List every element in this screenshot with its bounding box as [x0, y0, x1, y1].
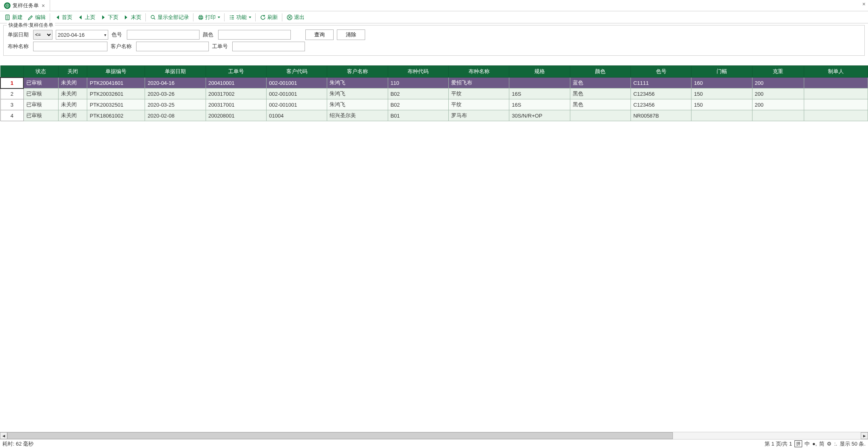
prev-page-button[interactable]: 上页	[75, 13, 97, 22]
workorder-input[interactable]	[232, 42, 305, 51]
func-button[interactable]: 功能	[227, 13, 253, 22]
toolbar-label: 显示全部记录	[158, 14, 189, 21]
caret-down-icon	[218, 17, 220, 18]
clear-button[interactable]: 清除	[337, 29, 365, 40]
separator	[193, 13, 193, 21]
toolbar-label: 编辑	[35, 14, 46, 21]
separator	[145, 13, 146, 21]
label-custname: 客户名称	[111, 43, 133, 50]
separator	[282, 13, 282, 21]
svg-rect-4	[200, 15, 202, 17]
label-billdate: 单据日期	[8, 31, 30, 38]
toolbar-label: 功能	[236, 14, 247, 21]
tab-active[interactable]: 复样任务单 ×	[0, 0, 50, 11]
print-icon	[198, 14, 204, 21]
tab-bar: 复样任务单 × ×	[0, 0, 868, 11]
separator	[255, 13, 256, 21]
label-colorno: 色号	[111, 31, 124, 38]
colorno-input[interactable]	[127, 30, 200, 40]
toolbar-label: 上页	[85, 14, 95, 21]
globe-icon	[4, 2, 11, 9]
svg-point-2	[151, 15, 154, 19]
filter-row-1: 单据日期 <= 2020-04-16 ▾ 色号 颜色 查询 清除	[8, 29, 860, 40]
separator	[224, 13, 225, 21]
next-page-button[interactable]: 下页	[98, 13, 120, 22]
toolbar-label: 首页	[62, 14, 72, 21]
toolbar-label: 下页	[108, 14, 118, 21]
custname-input[interactable]	[136, 42, 209, 51]
first-page-button[interactable]: 首页	[52, 13, 74, 22]
toolbar: 新建 编辑 首页 上页 下页 末页 显示全部记录 打印 功能 刷新	[0, 11, 868, 23]
edit-icon	[27, 14, 34, 21]
next-icon	[100, 14, 107, 21]
tab-close-icon[interactable]: ×	[41, 2, 46, 9]
showall-button[interactable]: 显示全部记录	[148, 13, 191, 22]
date-input[interactable]: 2020-04-16 ▾	[56, 30, 108, 40]
last-icon	[123, 14, 130, 21]
new-button[interactable]: 新建	[2, 13, 25, 22]
filter-panel: 快捷条件:复样任务单 单据日期 <= 2020-04-16 ▾ 色号 颜色 查询…	[3, 25, 865, 56]
separator	[50, 13, 50, 21]
label-color: 颜色	[203, 31, 215, 38]
prev-icon	[77, 14, 84, 21]
exit-icon	[286, 14, 293, 21]
first-icon	[54, 14, 61, 21]
toolbar-label: 新建	[12, 14, 23, 21]
operator-select[interactable]: <=	[33, 30, 53, 40]
list-icon	[229, 14, 235, 21]
window-close-icon[interactable]: ×	[862, 1, 866, 7]
caret-down-icon	[249, 17, 251, 18]
edit-button[interactable]: 编辑	[25, 13, 48, 22]
tab-title: 复样任务单	[13, 2, 39, 9]
toolbar-label: 末页	[131, 14, 141, 21]
caret-down-icon: ▾	[104, 33, 106, 37]
fabricname-input[interactable]	[33, 42, 107, 51]
file-icon	[4, 14, 11, 21]
label-fabricname: 布种名称	[8, 43, 30, 50]
refresh-button[interactable]: 刷新	[258, 13, 280, 22]
refresh-icon	[260, 14, 266, 21]
toolbar-label: 刷新	[267, 14, 278, 21]
search-icon	[150, 14, 156, 21]
label-workorder: 工单号	[212, 43, 229, 50]
filter-legend: 快捷条件:复样任务单	[7, 22, 55, 29]
filter-row-2: 布种名称 客户名称 工单号	[8, 42, 860, 51]
toolbar-label: 退出	[294, 14, 305, 21]
toolbar-label: 打印	[205, 14, 216, 21]
last-page-button[interactable]: 末页	[121, 13, 143, 22]
print-button[interactable]: 打印	[195, 13, 222, 22]
exit-button[interactable]: 退出	[284, 13, 307, 22]
color-input[interactable]	[218, 30, 291, 40]
query-button[interactable]: 查询	[305, 29, 334, 40]
